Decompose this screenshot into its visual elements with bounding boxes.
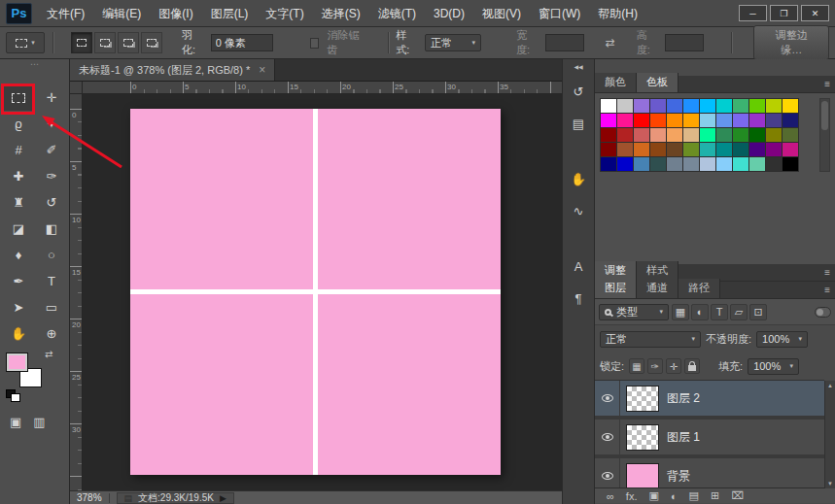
lock-all-button[interactable] [684,358,700,374]
color-swatch[interactable] [634,128,649,142]
color-swatch[interactable] [766,114,782,127]
close-tab-icon[interactable]: × [259,63,265,77]
zoom-level[interactable]: 378% [77,492,102,503]
color-swatch[interactable] [601,128,616,142]
new-selection-button[interactable] [71,32,92,53]
add-to-selection-button[interactable] [94,32,116,53]
color-swatch[interactable] [683,99,699,113]
color-swatch[interactable] [783,114,798,127]
hand-tool[interactable]: ✋ [2,320,35,347]
color-swatch[interactable] [683,157,699,171]
dodge-tool[interactable]: ○ [35,242,68,268]
color-swatch[interactable] [683,114,699,127]
blur-tool[interactable]: ♦ [2,242,35,268]
color-swatch[interactable] [716,114,732,127]
layer-thumbnail[interactable] [626,386,659,412]
minimize-button[interactable]: ─ [739,5,767,21]
color-swatch[interactable] [634,143,649,156]
filter-adjustment-layers-icon[interactable]: ◐ [691,304,709,320]
document-info-field[interactable]: ▤ 文档:29.3K/19.5K ▶ [117,492,234,504]
panel-menu-icon[interactable]: ≡ [824,267,830,278]
color-swatch[interactable] [667,114,682,127]
brush-tool[interactable]: ✑ [35,163,68,189]
color-swatch[interactable] [700,114,715,127]
menu-item[interactable]: 滤镜(T) [369,0,425,27]
color-swatch[interactable] [617,157,633,171]
move-tool[interactable]: ✛ [35,84,68,111]
quick-selection-tool[interactable]: ✦ [35,111,68,137]
layer-row[interactable]: 背景 [595,458,824,487]
menu-item[interactable]: 视图(V) [473,0,530,27]
color-swatch[interactable] [700,128,715,142]
filter-smart-objects-icon[interactable]: ⊡ [749,304,767,320]
quick-mask-button[interactable]: ▣ [10,415,21,429]
color-swatch[interactable] [749,143,765,156]
close-button[interactable]: ✕ [801,5,829,21]
canvas[interactable] [130,109,501,475]
feather-input[interactable] [211,34,273,51]
color-swatch[interactable] [716,128,732,142]
color-swatch[interactable] [783,157,798,171]
color-swatch[interactable] [617,114,633,127]
filter-type-layers-icon[interactable]: T [711,304,728,320]
panel-tab[interactable]: 通道 [637,279,678,298]
filter-pixel-layers-icon[interactable]: ▦ [672,304,689,320]
color-swatch[interactable] [601,99,616,113]
link-layers-icon[interactable]: ∞ [607,490,614,502]
color-swatch[interactable] [783,128,798,142]
menu-item[interactable]: 图层(L) [202,0,258,27]
lasso-tool[interactable]: ϱ [2,111,35,137]
color-swatch[interactable] [733,143,748,156]
panel-tab[interactable]: 调整 [595,261,637,281]
clone-stamp-tool[interactable]: ♜ [2,189,35,216]
scroll-down-icon[interactable]: ▼ [827,481,833,487]
color-swatch[interactable] [683,143,699,156]
color-swatch[interactable] [749,128,765,142]
color-swatch[interactable] [617,143,633,156]
color-swatch[interactable] [650,157,666,171]
layer-group-icon[interactable]: ▤ [689,489,699,502]
color-swatch[interactable] [617,99,633,113]
visibility-toggle[interactable] [595,458,620,487]
color-swatch[interactable] [667,157,682,171]
panel-tab[interactable]: 路径 [678,279,720,298]
layer-mask-icon[interactable]: ▣ [648,489,658,502]
healing-brush-tool[interactable]: ✚ [2,163,35,189]
swap-width-height-icon[interactable]: ⇄ [606,36,615,50]
lock-transparency-button[interactable]: ▦ [629,358,644,374]
blend-mode-select[interactable]: 正常 ▾ [600,331,701,348]
menu-item[interactable]: 编辑(E) [93,0,150,27]
eraser-tool[interactable]: ◪ [2,216,35,242]
character-panel-icon[interactable]: A [566,253,591,279]
color-swatch[interactable] [634,99,649,113]
status-menu-arrow-icon[interactable]: ▶ [220,493,226,503]
color-swatch[interactable] [634,114,649,127]
panel-menu-icon[interactable]: ≡ [824,79,830,89]
antialias-checkbox[interactable] [310,38,320,49]
path-selection-tool[interactable]: ➤ [2,294,35,320]
default-colors-icon[interactable] [6,389,21,402]
menu-item[interactable]: 3D(D) [425,0,473,27]
screen-mode-button[interactable]: ▥ [33,415,45,429]
layer-thumbnail[interactable] [626,424,659,451]
color-swatch[interactable] [733,114,748,127]
layer-thumbnail[interactable] [626,463,659,488]
color-swatch[interactable] [783,143,798,156]
color-swatch[interactable] [700,99,715,113]
toolbar-grip[interactable]: ⋯ [0,59,69,71]
style-select[interactable]: 正常 ▾ [425,34,481,51]
color-swatch[interactable] [733,99,748,113]
history-brush-tool[interactable]: ↺ [35,189,68,216]
visibility-toggle[interactable] [595,420,620,454]
info-panel-icon[interactable]: ✋ [566,166,591,191]
color-swatch[interactable] [601,157,616,171]
expand-panels-icon[interactable]: ◀◀ [563,59,594,75]
history-panel-icon[interactable]: ↺ [566,79,591,104]
color-swatch[interactable] [667,99,682,113]
color-swatch[interactable] [783,99,798,113]
color-swatch[interactable] [650,128,666,142]
document-tab[interactable]: 未标题-1 @ 378% (图层 2, RGB/8) * × [70,59,275,81]
menu-item[interactable]: 图像(I) [150,0,201,27]
menu-item[interactable]: 窗口(W) [530,0,589,27]
crop-tool[interactable]: # [2,137,35,163]
